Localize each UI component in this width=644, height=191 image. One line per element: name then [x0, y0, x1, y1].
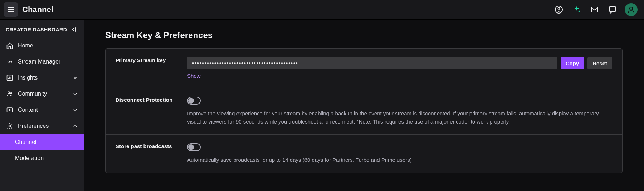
store-broadcasts-toggle[interactable] — [187, 143, 201, 151]
chevron-down-icon — [72, 91, 78, 97]
message-icon — [608, 5, 617, 14]
sidebar-item-label: Moderation — [15, 155, 44, 161]
chevron-up-icon — [72, 123, 78, 129]
hamburger-icon — [7, 6, 15, 14]
sidebar-item-label: Preferences — [18, 123, 49, 129]
settings-panel: Primary Stream key Copy Reset Show Disco… — [105, 48, 623, 173]
reset-button[interactable]: Reset — [587, 57, 612, 69]
disconnect-protection-label: Disconnect Protection — [116, 97, 187, 126]
page-title: Stream Key & Preferences — [105, 30, 623, 40]
svg-rect-6 — [609, 7, 616, 11]
sidebar-item-label: Channel — [15, 139, 36, 145]
chevron-down-icon — [72, 107, 78, 113]
gear-icon — [6, 122, 14, 130]
community-icon — [6, 90, 14, 98]
collapse-icon — [70, 26, 77, 33]
content-icon — [6, 106, 14, 114]
inbox-button[interactable] — [589, 4, 600, 15]
broadcast-icon — [6, 58, 14, 66]
sidebar-item-label: Content — [18, 107, 38, 113]
store-broadcasts-desc: Automatically save broadcasts for up to … — [187, 156, 612, 164]
copy-button[interactable]: Copy — [561, 57, 584, 69]
sidebar-item-content[interactable]: Content — [0, 102, 84, 118]
store-broadcasts-label: Store past broadcasts — [116, 143, 187, 164]
disconnect-protection-desc: Improve the viewing experience for your … — [187, 110, 612, 126]
show-key-link[interactable]: Show — [187, 73, 201, 79]
sidebar-item-moderation[interactable]: Moderation — [0, 150, 84, 166]
sparkle-button[interactable] — [571, 4, 582, 15]
mail-icon — [590, 5, 599, 14]
notifications-button[interactable] — [607, 4, 618, 15]
sidebar-item-label: Insights — [18, 75, 38, 81]
sidebar-header: CREATOR DASHBOARD — [6, 27, 67, 32]
chevron-down-icon — [72, 75, 78, 81]
sidebar-item-stream-manager[interactable]: Stream Manager — [0, 54, 84, 70]
chart-icon — [6, 74, 14, 82]
sidebar-item-home[interactable]: Home — [0, 37, 84, 54]
sidebar-item-preferences[interactable]: Preferences — [0, 118, 84, 134]
help-button[interactable] — [553, 4, 565, 15]
sidebar-item-insights[interactable]: Insights — [0, 70, 84, 86]
svg-point-4 — [559, 11, 559, 12]
disconnect-protection-toggle[interactable] — [187, 97, 201, 105]
svg-point-17 — [9, 125, 11, 127]
page-context-title: Channel — [22, 5, 53, 14]
sidebar: CREATOR DASHBOARD Home Stream Manager — [0, 20, 84, 191]
sidebar-item-label: Home — [18, 42, 33, 49]
sidebar-item-channel[interactable]: Channel — [0, 134, 84, 150]
hamburger-menu-button[interactable] — [4, 2, 18, 17]
svg-point-14 — [8, 92, 10, 94]
sidebar-item-community[interactable]: Community — [0, 86, 84, 102]
svg-point-7 — [630, 7, 633, 10]
sidebar-item-label: Stream Manager — [18, 59, 60, 65]
collapse-sidebar-button[interactable] — [69, 25, 78, 34]
svg-point-9 — [9, 61, 10, 62]
stream-key-label: Primary Stream key — [116, 57, 187, 79]
help-icon — [555, 5, 563, 14]
svg-point-15 — [11, 92, 12, 94]
user-avatar[interactable] — [625, 3, 638, 16]
avatar-icon — [627, 5, 635, 14]
stream-key-input[interactable] — [187, 57, 557, 69]
home-icon — [6, 42, 14, 50]
sidebar-item-label: Community — [18, 91, 47, 97]
sparkle-icon — [572, 5, 581, 14]
